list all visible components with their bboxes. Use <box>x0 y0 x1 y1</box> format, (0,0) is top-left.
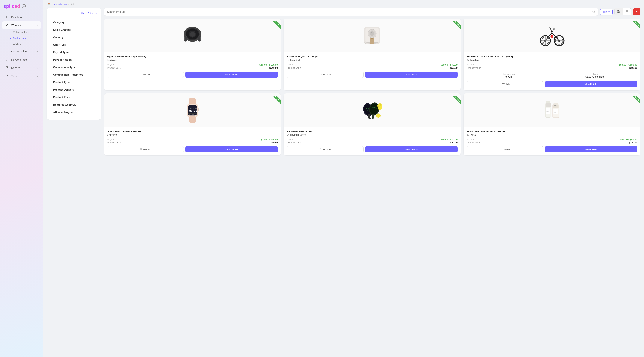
content-area: Clear Filters ✕ › Category › Sales Chann… <box>43 8 644 357</box>
sidebar-item-dashboard[interactable]: ⊟ Dashboard <box>2 13 41 21</box>
payout-value-1: $50.00 - $100.00 <box>260 63 278 66</box>
sidebar-item-network-tree[interactable]: Network Tree <box>2 56 41 64</box>
value-label-1: Product Value <box>107 67 122 69</box>
title-dropdown-chevron-icon: ▾ <box>608 11 610 13</box>
filter-header: Clear Filters ✕ <box>47 12 101 17</box>
filter-affiliate-program[interactable]: › Affiliate Program <box>47 108 101 116</box>
svg-text:Dec 24  Mon: Dec 24 Mon <box>190 108 197 109</box>
value-amount-2: $69.00 <box>450 67 458 69</box>
view-details-button-3[interactable]: View Details <box>545 81 637 88</box>
filter-payout-amount[interactable]: › Payout Amount <box>47 56 101 64</box>
marketplace-label: Marketplace <box>13 37 26 40</box>
filter-affiliate-program-label: Affiliate Program <box>53 111 74 114</box>
product-name-4: Smart Watch Fitness Tracker <box>107 130 278 133</box>
heart-icon-1: ♡ <box>140 73 142 76</box>
eligible-ribbon-1 <box>271 21 281 32</box>
value-amount-1: $549.00 <box>270 67 278 69</box>
filter-sales-channel[interactable]: › Sales Channel <box>47 26 101 34</box>
wishlist-top-button[interactable]: ♥ <box>633 8 640 15</box>
filter-product-type[interactable]: › Product Type <box>47 79 101 86</box>
filter-requires-approval-chevron-icon: › <box>50 103 51 106</box>
view-details-button-2[interactable]: View Details <box>365 72 458 78</box>
sidebar-item-reports[interactable]: Reports › <box>2 64 41 72</box>
wishlist-button-6[interactable]: ♡ Wishlist <box>466 146 543 152</box>
filter-payout-type[interactable]: › Payout Type <box>47 49 101 56</box>
heart-icon-3: ♡ <box>499 83 502 86</box>
grid-view-button[interactable] <box>614 9 623 15</box>
product-info-1: Apple AirPods Max - Space Gray By Apple … <box>104 52 281 81</box>
tools-chevron-icon: › <box>37 75 38 78</box>
sidebar-item-workspace[interactable]: ⊙ Workspace ▾ <box>2 21 41 29</box>
svg-rect-66 <box>198 108 199 111</box>
product-image-area-4: Dec 24 Mon 08:30 200 30°C KPM <box>104 94 281 127</box>
search-icon <box>592 10 595 14</box>
product-image-area-6: PURE SERUM VITAMIN C PURE MOISTUR. RETIN <box>464 94 640 127</box>
filter-country[interactable]: › Country <box>47 34 101 41</box>
product-brand-1: By Apple <box>107 59 278 62</box>
card-actions-1: ♡ Wishlist View Details <box>107 72 278 78</box>
filter-requires-approval-label: Requires Approval <box>53 103 76 106</box>
title-sort-dropdown[interactable]: Title ▾ <box>600 9 612 15</box>
list-view-button[interactable] <box>623 9 631 15</box>
svg-point-24 <box>190 32 195 37</box>
sidebar-item-wishlist[interactable]: Wishlist <box>2 41 41 47</box>
wishlist-button-3[interactable]: ♡ Wishlist <box>466 81 543 88</box>
product-value-row-6: Product Value $120.00 <box>466 141 637 144</box>
svg-text:30°C: 30°C <box>192 114 194 115</box>
dashboard-label: Dashboard <box>11 16 24 19</box>
sidebar-item-collaborations[interactable]: Collaborations <box>2 30 41 35</box>
breadcrumb-marketplace[interactable]: Marketplace <box>54 3 67 6</box>
filter-product-price[interactable]: › Product Price <box>47 94 101 101</box>
filter-commission-type[interactable]: › Commission Type <box>47 64 101 71</box>
svg-text:B: B <box>371 32 372 33</box>
clicks-box-3: Clicks $1.00 / 20 click(s) <box>553 72 637 79</box>
wishlist-button-2[interactable]: ♡ Wishlist <box>287 72 364 78</box>
svg-point-78 <box>380 104 381 106</box>
wishlist-button-5[interactable]: ♡ Wishlist <box>287 146 364 152</box>
view-details-button-5[interactable]: View Details <box>365 146 458 152</box>
sidebar-item-tools[interactable]: Tools › <box>2 72 41 80</box>
svg-rect-61 <box>188 113 197 114</box>
filter-product-price-label: Product Price <box>53 96 70 99</box>
svg-text:08:30: 08:30 <box>189 109 197 112</box>
reports-label: Reports <box>11 67 20 70</box>
clear-filters-label: Clear Filters <box>81 12 94 15</box>
filter-offer-type[interactable]: › Offer Type <box>47 41 101 49</box>
wishlist-button-4[interactable]: ♡ Wishlist <box>107 146 184 152</box>
clear-filters-button[interactable]: Clear Filters ✕ <box>81 12 97 15</box>
view-details-button-6[interactable]: View Details <box>545 146 637 152</box>
breadcrumb-home[interactable]: 🏠 <box>48 3 50 6</box>
product-name-5: Pickleball Paddle Set <box>287 130 458 133</box>
svg-point-80 <box>378 106 382 110</box>
logo-area: spliced ◎ <box>0 0 43 12</box>
sidebar: spliced ◎ ⊟ Dashboard ⊙ Workspace ▾ Coll… <box>0 0 43 357</box>
payout-value-6: $25.00 - $50.00 <box>620 138 637 141</box>
commission-info-3: Commissions 0.00% Clicks $1.00 / 20 clic… <box>466 72 637 79</box>
search-input[interactable] <box>107 10 590 13</box>
svg-rect-56 <box>189 98 196 104</box>
workspace-icon: ⊙ <box>5 24 9 27</box>
svg-text:MOISTUR.: MOISTUR. <box>554 110 558 111</box>
product-brand-3: By Echelon <box>466 59 637 62</box>
filter-category-label: Category <box>53 21 64 24</box>
filter-product-delivery[interactable]: › Product Delivery <box>47 86 101 94</box>
view-details-button-1[interactable]: View Details <box>185 72 278 78</box>
value-label-2: Product Value <box>287 67 302 69</box>
wishlist-button-1[interactable]: ♡ Wishlist <box>107 72 184 78</box>
sidebar-item-conversations[interactable]: Conversations › <box>2 48 41 56</box>
product-card-5: PICKLE BALL PICKLE BALL <box>284 94 460 156</box>
sidebar-item-marketplace[interactable]: Marketplace <box>2 36 41 41</box>
svg-point-2 <box>8 60 8 61</box>
main-content: 🏠 › Marketplace › List Clear Filters ✕ ›… <box>43 0 644 357</box>
filter-category[interactable]: › Category <box>47 19 101 26</box>
filter-panel: Clear Filters ✕ › Category › Sales Chann… <box>47 8 101 120</box>
svg-rect-13 <box>619 10 620 11</box>
view-details-button-4[interactable]: View Details <box>185 146 278 152</box>
product-info-2: Beautiful 6-Quart Air Fryer By Beautiful… <box>284 52 460 81</box>
filter-requires-approval[interactable]: › Requires Approval <box>47 101 101 108</box>
value-amount-5: $49.99 <box>450 141 458 144</box>
value-amount-6: $120.00 <box>629 141 637 144</box>
filter-commission-preference[interactable]: › Commission Preference <box>47 71 101 79</box>
tools-label: Tools <box>11 75 18 78</box>
filter-offer-type-chevron-icon: › <box>50 44 51 46</box>
